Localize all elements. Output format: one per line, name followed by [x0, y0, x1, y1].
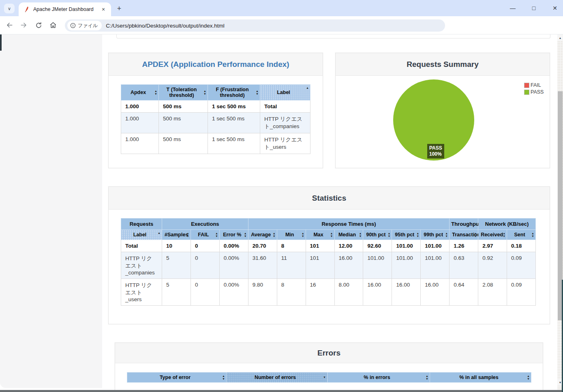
stats-col-fail[interactable]: FAIL▲▼: [191, 230, 219, 240]
stats-col-max[interactable]: Max▲▼: [306, 230, 334, 240]
window-maximize-button[interactable]: □: [529, 3, 539, 13]
requests-summary-title: Requests Summary: [407, 60, 478, 69]
column-label: T (Toleration threshold): [167, 87, 197, 98]
sort-asc-icon: ▲: [158, 232, 161, 235]
errors-table: Type of error▲▼ Number of errors▼ % in e…: [127, 372, 531, 383]
cell: 0.00%: [219, 279, 248, 306]
apdex-col-frustration[interactable]: F (Frustration threshold)▲▼: [208, 85, 260, 101]
cell: 12.00: [334, 240, 363, 252]
group-network: Network (KB/sec): [478, 218, 536, 230]
cell: 500 ms: [159, 101, 208, 113]
tab-search-button[interactable]: ∨: [4, 4, 15, 13]
apdex-col-apdex[interactable]: Apdex▲▼: [121, 85, 159, 101]
cell: 1.000: [121, 101, 159, 113]
pie-label-value: 100%: [429, 151, 442, 157]
home-icon[interactable]: [48, 20, 58, 30]
sort-icon: ▲▼: [215, 232, 218, 238]
address-bar[interactable]: ファイル C:/Users/pbkino/Desktop/result/outp…: [65, 19, 445, 32]
column-label: % in errors: [364, 375, 390, 380]
stats-col-99pct[interactable]: 99th pct▲▼: [421, 230, 450, 240]
site-info-chip[interactable]: ファイル: [67, 21, 102, 30]
table-row: 1.000 500 ms 1 sec 500 ms HTTP リクエスト_use…: [121, 133, 310, 154]
site-info-label: ファイル: [78, 22, 98, 29]
sidebar-edge: [0, 34, 2, 51]
table-row: HTTP リクエスト_users 5 0 0.00% 9.80 8 16 8.0…: [121, 279, 536, 306]
new-tab-button[interactable]: +: [115, 4, 124, 13]
legend-item-pass[interactable]: PASS: [524, 89, 544, 95]
stats-col-95pct[interactable]: 95th pct▲▼: [392, 230, 421, 240]
apdex-col-toleration[interactable]: T (Toleration threshold)▲▼: [159, 85, 208, 101]
sort-icon: ▲▼: [154, 90, 157, 95]
cell: 0.09: [507, 279, 536, 306]
scrollbar-up-icon[interactable]: ▲: [557, 34, 563, 41]
cell: 101.00: [392, 252, 421, 279]
cell: 0: [191, 279, 219, 306]
cell: 1.000: [121, 113, 159, 133]
column-label: % in all samples: [459, 375, 499, 380]
browser-window: ∨ Apache JMeter Dashboard × + — □ ✕: [0, 0, 563, 392]
reload-icon[interactable]: [33, 20, 44, 30]
column-label: FAIL: [198, 232, 209, 238]
requests-summary-panel: Requests Summary PASS 100% FAIL PASS: [335, 53, 550, 168]
tab-title: Apache JMeter Dashboard: [33, 6, 100, 12]
sort-icon: ▲▼: [416, 232, 419, 238]
column-label: Average: [251, 232, 271, 238]
cell: Total: [121, 240, 162, 252]
window-minimize-button[interactable]: —: [508, 3, 518, 13]
sort-icon: ▲▼: [445, 232, 448, 238]
errors-col-type[interactable]: Type of error▲▼: [127, 373, 227, 383]
sort-icon: ▲▼: [244, 232, 247, 238]
cell: 101.00: [421, 252, 450, 279]
column-label: Error %: [223, 232, 241, 238]
pass-swatch: [524, 90, 529, 95]
cell: 0.64: [450, 279, 478, 306]
stats-col-min[interactable]: Min▲▼: [277, 230, 306, 240]
cell: 16.00: [363, 279, 392, 306]
cell: 0.00%: [219, 240, 248, 252]
group-requests: Requests: [121, 218, 162, 230]
errors-col-pct-samples[interactable]: % in all samples▲▼: [430, 373, 531, 383]
page-content: APDEX (Application Performance Index) Ap…: [0, 34, 563, 392]
table-row: Total 10 0 0.00% 20.70 8 101 12.00 92.60…: [121, 240, 536, 252]
apdex-col-label[interactable]: Label▲: [260, 85, 310, 101]
chevron-down-icon: ∨: [8, 6, 11, 11]
cell: 500 ms: [159, 133, 208, 154]
column-label: Min: [285, 232, 294, 238]
tab-close-icon[interactable]: ×: [100, 6, 107, 13]
cell: 10: [162, 240, 191, 252]
stats-col-samples[interactable]: #Samples▲▼: [162, 230, 191, 240]
stats-col-average[interactable]: Average▲▼: [248, 230, 277, 240]
legend-item-fail[interactable]: FAIL: [524, 82, 544, 88]
browser-tab[interactable]: Apache JMeter Dashboard ×: [19, 2, 111, 16]
cell: 31.60: [248, 252, 277, 279]
errors-col-number[interactable]: Number of errors▼: [227, 373, 328, 383]
stats-col-90pct[interactable]: 90th pct▲▼: [363, 230, 392, 240]
previous-panel-edge: [116, 34, 550, 39]
dashboard-sidebar: [0, 34, 102, 388]
stats-col-error[interactable]: Error %▲▼: [219, 230, 248, 240]
column-label: Apdex: [131, 90, 146, 95]
errors-col-pct-errors[interactable]: % in errors▲▼: [328, 373, 430, 383]
errors-title: Errors: [317, 349, 340, 358]
cell: 0.00%: [219, 252, 248, 279]
stats-col-label[interactable]: Label▲: [121, 230, 162, 240]
column-label: Median: [338, 232, 356, 238]
stats-col-sent[interactable]: Sent▲▼: [507, 230, 536, 240]
fail-swatch: [524, 83, 529, 88]
group-response-times: Response Times (ms): [248, 218, 449, 230]
stats-col-median[interactable]: Median▲▼: [334, 230, 363, 240]
stats-col-transactions[interactable]: Transactions/s▲▼: [450, 230, 478, 240]
back-icon[interactable]: [4, 20, 15, 30]
window-close-button[interactable]: ✕: [550, 3, 560, 13]
forward-icon[interactable]: [19, 20, 29, 30]
column-label: 99th pct: [424, 232, 443, 238]
sort-icon: ▲▼: [426, 375, 428, 380]
column-label: 95th pct: [395, 232, 414, 238]
column-label: Type of error: [160, 375, 191, 380]
statistics-title: Statistics: [312, 194, 346, 203]
stats-col-received[interactable]: Received▲▼: [478, 230, 507, 240]
sort-icon: ▲▼: [203, 90, 206, 95]
url-text[interactable]: C:/Users/pbkino/Desktop/result/output/in…: [106, 23, 225, 29]
tab-strip: ∨ Apache JMeter Dashboard × + — □ ✕: [0, 0, 563, 16]
column-label: Number of errors: [255, 375, 296, 380]
